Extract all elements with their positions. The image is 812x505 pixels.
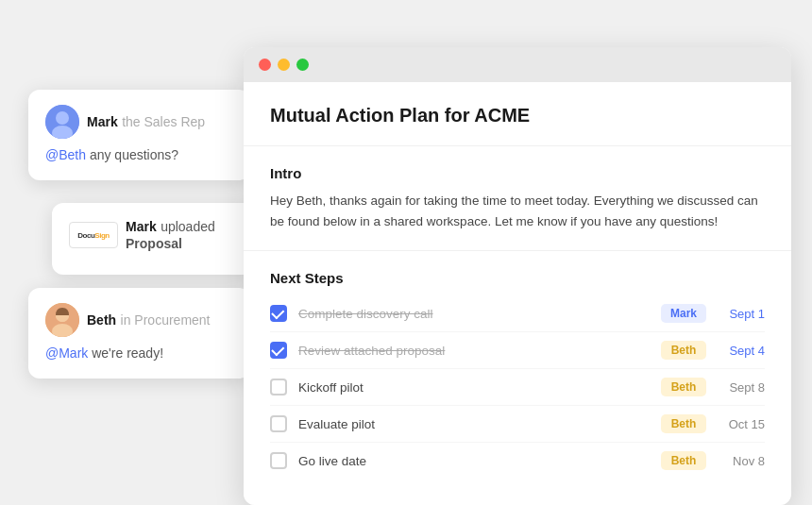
task-checkbox[interactable] (270, 305, 287, 322)
assignee-badge: Beth (661, 451, 706, 470)
assignee-badge: Beth (661, 414, 706, 433)
task-label: Review attached proposal (298, 344, 650, 358)
task-date: Oct 15 (718, 417, 765, 431)
task-label: Complete discovery call (298, 307, 650, 321)
avatar-beth (45, 303, 79, 337)
card-name-beth: Beth (87, 312, 116, 328)
task-row: Go live dateBethNov 8 (270, 443, 765, 479)
task-date: Nov 8 (718, 454, 765, 468)
task-date: Sept 1 (718, 307, 765, 321)
chat-card-mark: Mark the Sales Rep @Beth any questions? (28, 90, 250, 180)
card-role-mark: the Sales Rep (122, 114, 205, 129)
task-label: Evaluate pilot (298, 417, 650, 431)
window-titlebar (244, 47, 791, 82)
card-name-area: Mark the Sales Rep (87, 113, 205, 130)
main-window: Mutual Action Plan for ACME Intro Hey Be… (244, 47, 791, 505)
docusign-message: Mark uploadedProposal (126, 218, 215, 252)
task-label: Kickoff pilot (298, 380, 650, 395)
task-row: Complete discovery callMarkSept 1 (270, 295, 765, 332)
task-checkbox[interactable] (270, 379, 287, 396)
task-checkbox[interactable] (270, 452, 287, 469)
traffic-light-red[interactable] (259, 59, 271, 71)
card-header-beth: Beth in Procurement (45, 303, 233, 337)
traffic-light-green[interactable] (296, 59, 309, 71)
task-row: Review attached proposalBethSept 4 (270, 332, 765, 369)
docusign-logo: DocuSign (69, 222, 118, 248)
task-row: Kickoff pilotBethSept 8 (270, 369, 765, 406)
task-label: Go live date (298, 454, 650, 468)
task-date: Sept 4 (718, 344, 765, 358)
card-name-mark: Mark (87, 114, 118, 129)
card-message-beth: @Mark we're ready! (45, 345, 233, 363)
intro-section: Intro Hey Beth, thanks again for taking … (244, 146, 791, 251)
task-checkbox[interactable] (270, 342, 287, 359)
svg-point-1 (56, 111, 69, 125)
card-header-docusign: DocuSign Mark uploadedProposal (69, 218, 243, 252)
doc-title: Mutual Action Plan for ACME (270, 105, 765, 126)
mention-mark: @Mark (45, 345, 88, 361)
mention-beth: @Beth (45, 147, 86, 162)
intro-section-title: Intro (270, 165, 765, 181)
next-steps-title: Next Steps (270, 270, 765, 286)
chat-card-beth: Beth in Procurement @Mark we're ready! (28, 288, 250, 379)
doc-header: Mutual Action Plan for ACME (244, 82, 791, 146)
assignee-badge: Beth (661, 378, 706, 396)
card-header-mark: Mark the Sales Rep (45, 105, 233, 139)
task-row: Evaluate pilotBethOct 15 (270, 406, 765, 443)
avatar-mark (45, 105, 79, 139)
assignee-badge: Beth (661, 341, 706, 360)
card-role-beth: in Procurement (121, 312, 211, 328)
next-steps-section: Next Steps Complete discovery callMarkSe… (244, 251, 791, 505)
window-content: Mutual Action Plan for ACME Intro Hey Be… (244, 82, 791, 505)
task-date: Sept 8 (718, 380, 765, 395)
task-list: Complete discovery callMarkSept 1Review … (270, 295, 765, 479)
assignee-badge: Mark (661, 304, 706, 323)
card-name-area-beth: Beth in Procurement (87, 311, 211, 328)
task-checkbox[interactable] (270, 415, 287, 432)
card-name-mark2: Mark (126, 219, 157, 234)
card-message-mark: @Beth any questions? (45, 146, 233, 165)
traffic-light-yellow[interactable] (278, 59, 290, 71)
intro-text: Hey Beth, thanks again for taking the ti… (270, 191, 765, 231)
chat-card-docusign: DocuSign Mark uploadedProposal (52, 203, 260, 275)
